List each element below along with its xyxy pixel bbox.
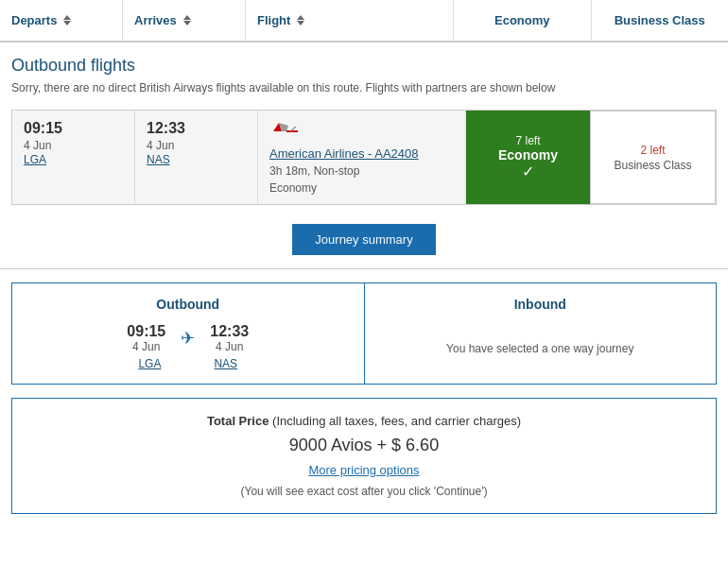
col-header-flight[interactable]: Flight <box>246 0 454 41</box>
outbound-panel-title: Outbound <box>27 297 349 312</box>
business-class-label: Business Class <box>614 159 691 172</box>
journey-summary-wrap: Journey summary <box>0 224 728 255</box>
arrive-airport-link[interactable]: NAS <box>147 153 170 166</box>
business-cell[interactable]: 2 left Business Class <box>590 111 716 204</box>
depart-time: 09:15 <box>24 120 123 137</box>
more-pricing-link[interactable]: More pricing options <box>308 463 419 477</box>
outbound-panel: Outbound 09:15 4 Jun ✈ 12:33 4 Jun LGA N… <box>11 282 365 385</box>
price-label: Total Price (Including all taxes, fees, … <box>27 414 701 428</box>
airline-logo <box>269 120 303 143</box>
col-header-departs[interactable]: Departs <box>0 0 123 41</box>
inbound-message: You have selected a one way journey <box>380 323 702 355</box>
airline-link[interactable]: American Airlines - AA2408 <box>269 146 419 161</box>
price-note: (You will see exact cost after you click… <box>27 485 701 498</box>
flight-sort-icon <box>297 15 304 26</box>
departs-sort-icon <box>63 15 71 26</box>
economy-cell[interactable]: 7 left Economy ✓ <box>466 111 590 204</box>
arrive-time: 12:33 <box>147 120 246 137</box>
business-label: Business Class <box>615 13 705 27</box>
col-header-economy: Economy <box>454 0 592 41</box>
economy-label: Economy <box>494 13 550 27</box>
journey-summary-button[interactable]: Journey summary <box>292 224 435 255</box>
col-header-arrives[interactable]: Arrives <box>123 0 246 41</box>
depart-airport-link[interactable]: LGA <box>24 153 46 166</box>
arrives-sort-icon <box>183 15 191 26</box>
flight-row: 09:15 4 Jun LGA 12:33 4 Jun NAS American… <box>11 110 717 205</box>
summary-divider <box>0 268 728 269</box>
outbound-airports: LGA NAS <box>27 357 349 370</box>
flight-label: Flight <box>257 13 290 27</box>
price-value: 9000 Avios + $ 6.60 <box>27 436 701 455</box>
economy-class-label: Economy <box>498 147 558 163</box>
price-label-bold: Total Price <box>207 414 269 428</box>
arrive-date: 4 Jun <box>147 139 246 152</box>
out-arrive-time: 12:33 4 Jun <box>210 323 249 353</box>
depart-date: 4 Jun <box>24 139 123 152</box>
plane-icon: ✈ <box>181 328 195 349</box>
price-panel: Total Price (Including all taxes, fees, … <box>11 398 717 514</box>
inbound-panel-title: Inbound <box>380 297 702 312</box>
price-label-rest: (Including all taxes, fees, and carrier … <box>269 414 521 428</box>
flight-details: 3h 18m, Non-stop <box>269 164 454 178</box>
journey-panels: Outbound 09:15 4 Jun ✈ 12:33 4 Jun LGA N… <box>11 282 717 385</box>
col-header-business: Business Class <box>592 0 729 41</box>
departs-label: Departs <box>11 13 57 27</box>
outbound-times: 09:15 4 Jun ✈ 12:33 4 Jun <box>27 323 349 353</box>
economy-seats: 7 left <box>515 134 540 147</box>
outbound-section-title: Outbound flights <box>0 43 728 81</box>
inbound-panel: Inbound You have selected a one way jour… <box>365 282 718 385</box>
economy-selected-check: ✓ <box>522 163 534 180</box>
out-depart-time: 09:15 4 Jun <box>127 323 165 353</box>
departs-cell: 09:15 4 Jun LGA <box>12 111 135 204</box>
sorry-message: Sorry, there are no direct British Airwa… <box>0 81 728 104</box>
flight-class: Economy <box>269 181 454 195</box>
business-seats: 2 left <box>640 144 665 157</box>
table-header: Departs Arrives Flight Economy Business … <box>0 0 728 43</box>
out-arrive-airport-link[interactable]: NAS <box>214 357 237 370</box>
arrives-cell: 12:33 4 Jun NAS <box>135 111 258 204</box>
flight-cell: American Airlines - AA2408 3h 18m, Non-s… <box>258 111 466 204</box>
arrives-label: Arrives <box>134 13 177 27</box>
out-depart-airport-link[interactable]: LGA <box>138 357 161 370</box>
